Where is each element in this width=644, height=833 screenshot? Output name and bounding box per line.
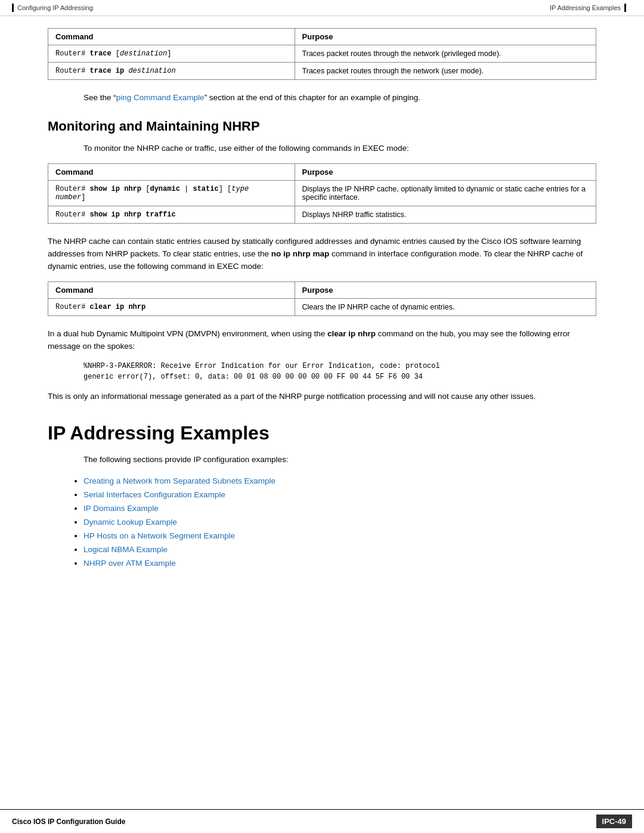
table3-row1-purpose: Clears the IP NHRP cache of dynamic entr… [295,298,596,315]
table2-row1-purpose: Displays the IP NHRP cache, optionally l… [295,180,596,206]
link-serial-interfaces[interactable]: Serial Interfaces Configuration Example [83,490,225,499]
ping-reference-text: See the “ping Command Example” section a… [83,92,561,104]
header-left: Configuring IP Addressing [12,4,93,12]
info-text: This is only an informational message ge… [48,391,596,403]
cmd-bold: show ip nhrp traffic [90,210,176,219]
header-right: IP Addressing Examples [550,4,626,12]
cmd-bold2: dynamic [150,185,179,193]
footer-page: IPC-49 [596,815,632,828]
nhrp-bold: no ip nhrp map [271,249,330,258]
dmvpn-before: In a dual hub Dynamic Multipoint VPN (DM… [48,329,327,338]
cmd-end: ] [167,49,171,58]
cmd-italic: destination [120,49,167,58]
header-bar: Configuring IP Addressing IP Addressing … [0,0,644,16]
nhrp-body-text: The NHRP cache can contain static entrie… [48,236,596,273]
table1-row2-purpose: Traces packet routes through the network… [295,63,596,80]
content-area: Command Purpose Router# trace [destinati… [0,16,644,615]
page-container: Configuring IP Addressing IP Addressing … [0,0,644,833]
section-monitoring-title: Monitoring and Maintaining NHRP [48,119,596,134]
table1-row1-cmd: Router# trace [destination] [48,45,295,63]
table3: Command Purpose Router# clear ip nhrp Cl… [48,281,596,316]
link-logical-nbma[interactable]: Logical NBMA Example [83,545,168,554]
table2-col1: Command [48,163,295,180]
table1: Command Purpose Router# trace [destinati… [48,28,596,80]
table-row: Router# trace [destination] Traces packe… [48,45,596,63]
link-dynamic-lookup[interactable]: Dynamic Lookup Example [83,518,177,527]
table2-row2-purpose: Displays NHRP traffic statistics. [295,206,596,223]
ping-text-after: ” section at the end of this chapter for… [205,93,420,102]
dmvpn-bold: clear ip nhrp [327,329,376,338]
cmd-bold: clear ip nhrp [90,303,146,311]
table1-col1: Command [48,29,295,45]
cmd-close: ] [81,193,85,202]
table1-row2-cmd: Router# trace ip destination [48,63,295,80]
footer-title: Cisco IOS IP Configuration Guide [12,817,125,826]
header-left-bar [12,4,14,12]
link-hp-hosts[interactable]: HP Hosts on a Network Segment Example [83,531,235,540]
ip-intro: The following sections provide IP config… [83,454,561,466]
table2-wrap: Command Purpose Router# show ip nhrp [dy… [48,163,596,224]
cmd-italic: destination [128,67,175,75]
table1-row1-purpose: Traces packet routes through the network… [295,45,596,63]
cmd-number: number [55,193,81,202]
cmd-bold: trace [90,49,112,58]
cmd-prefix: Router# [55,67,90,75]
section-ip-title: IP Addressing Examples [48,422,596,444]
list-item: Dynamic Lookup Example [83,516,596,529]
cmd-prefix: Router# [55,303,90,311]
code-block: %NHRP-3-PAKERROR: Receive Error Indicati… [83,361,596,382]
ping-command-link[interactable]: ping Command Example [116,93,205,102]
footer: Cisco IOS IP Configuration Guide IPC-49 [0,809,644,833]
ping-text-before: See the “ [83,93,116,102]
cmd-bold: show ip nhrp [90,185,141,193]
table2: Command Purpose Router# show ip nhrp [dy… [48,163,596,224]
cmd-prefix: Router# [55,49,90,58]
cmd-prefix: Router# [55,185,90,193]
table1-wrap: Command Purpose Router# trace [destinati… [48,28,596,80]
cmd-sep: | [180,185,193,193]
header-left-label: Configuring IP Addressing [17,4,93,11]
table-row: Router# trace ip destination Traces pack… [48,63,596,80]
link-ip-domains[interactable]: IP Domains Example [83,504,159,513]
link-creating-network[interactable]: Creating a Network from Separated Subnet… [83,476,275,485]
cmd-bold3: static [193,185,218,193]
cmd-italic: type [231,185,249,193]
list-item: IP Domains Example [83,502,596,516]
list-item: Logical NBMA Example [83,543,596,557]
monitoring-intro: To monitor the NHRP cache or traffic, us… [83,143,561,155]
cmd-bracket: ] [ [219,185,232,193]
table2-col2: Purpose [295,163,596,180]
table3-row1-cmd: Router# clear ip nhrp [48,298,295,315]
table2-row1-cmd: Router# show ip nhrp [dynamic | static] … [48,180,295,206]
list-item: Creating a Network from Separated Subnet… [83,475,596,488]
table1-col2: Purpose [295,29,596,45]
list-item: HP Hosts on a Network Segment Example [83,529,596,543]
table3-col2: Purpose [295,281,596,298]
table3-wrap: Command Purpose Router# clear ip nhrp Cl… [48,281,596,316]
table-row: Router# show ip nhrp traffic Displays NH… [48,206,596,223]
cmd-bold: trace ip [90,67,125,75]
table3-col1: Command [48,281,295,298]
link-nhrp-atm[interactable]: NHRP over ATM Example [83,559,176,568]
cmd-prefix: Router# [55,210,90,219]
table2-row2-cmd: Router# show ip nhrp traffic [48,206,295,223]
table-row: Router# show ip nhrp [dynamic | static] … [48,180,596,206]
cmd-rest: [ [112,49,120,58]
cmd-rest: [ [141,185,150,193]
ip-links-list: Creating a Network from Separated Subnet… [83,475,596,571]
dmvpn-text: In a dual hub Dynamic Multipoint VPN (DM… [48,328,596,353]
header-right-bar [624,4,626,12]
header-right-label: IP Addressing Examples [550,4,621,11]
table-row: Router# clear ip nhrp Clears the IP NHRP… [48,298,596,315]
list-item: Serial Interfaces Configuration Example [83,488,596,502]
list-item: NHRP over ATM Example [83,557,596,571]
